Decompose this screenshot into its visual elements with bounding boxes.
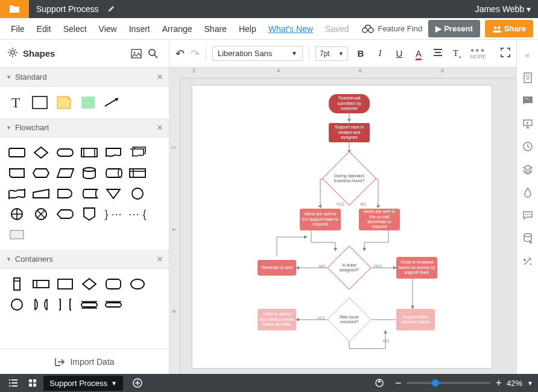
menu-view[interactable]: View <box>93 24 123 34</box>
ct-5[interactable] <box>101 274 125 294</box>
menu-help[interactable]: Help <box>233 24 262 34</box>
note-shape[interactable] <box>53 93 75 112</box>
fc-manual[interactable] <box>5 163 29 183</box>
image-icon[interactable] <box>128 45 145 62</box>
node-ticket-closed[interactable]: Ticket is closed and system sends follow… <box>258 309 296 330</box>
node-alert-team[interactable]: Alerts are sent to the support team to r… <box>300 209 341 230</box>
fc-summing[interactable] <box>29 204 53 224</box>
fc-delay[interactable] <box>53 183 77 204</box>
ct-2[interactable] <box>29 274 53 294</box>
fc-predefined[interactable] <box>77 142 101 163</box>
fc-database[interactable] <box>77 163 101 183</box>
fc-manualin[interactable] <box>29 183 53 204</box>
menu-select[interactable]: Select <box>57 24 93 34</box>
node-team-resolves[interactable]: Support team resolves issues <box>396 309 435 330</box>
fc-process[interactable] <box>5 142 29 163</box>
text-color-button[interactable]: A <box>412 48 425 58</box>
menu-insert[interactable]: Insert <box>123 24 156 34</box>
menu-arrange[interactable]: Arrange <box>156 24 198 34</box>
ct-6[interactable] <box>125 274 150 294</box>
folder-button[interactable] <box>0 0 29 18</box>
zoom-fit-button[interactable] <box>371 375 388 391</box>
fc-directdata[interactable] <box>101 163 125 183</box>
doc-title[interactable]: Support Process <box>29 4 106 14</box>
node-ticket-submitted[interactable]: Ticket/email submitted by customer <box>329 94 370 113</box>
fc-brace-r[interactable]: } ⋯ <box>101 204 125 224</box>
close-icon[interactable]: × <box>157 71 163 83</box>
italic-button[interactable]: I <box>373 48 387 58</box>
text-shape[interactable]: T <box>5 93 27 112</box>
rail-present-icon[interactable] <box>517 112 539 135</box>
page-tab[interactable]: Support Process▼ <box>43 376 123 391</box>
section-standard[interactable]: ▼Standard× <box>0 68 169 87</box>
user-menu[interactable]: James Webb ▾ <box>468 4 538 14</box>
fullscreen-button[interactable] <box>501 48 510 59</box>
fc-multidoc[interactable] <box>125 142 150 163</box>
align-button[interactable] <box>431 48 445 58</box>
collapse-rail-button[interactable]: « <box>517 43 539 66</box>
add-page-button[interactable] <box>129 375 146 391</box>
gear-icon[interactable] <box>7 47 18 60</box>
node-reminder[interactable]: Reminder is sent <box>258 260 296 276</box>
feature-find[interactable]: Feature Find <box>362 24 422 33</box>
present-button[interactable]: ▶Present <box>428 20 480 37</box>
menu-edit[interactable]: Edit <box>31 24 57 34</box>
node-case-created[interactable]: Support case is created and assigned <box>329 123 370 142</box>
rail-data-icon[interactable] <box>517 227 539 250</box>
zoom-slider[interactable] <box>407 382 491 384</box>
node-resolved[interactable]: Was issue resolved? <box>334 304 365 335</box>
zoom-level[interactable]: 42% <box>507 379 522 388</box>
fc-document[interactable] <box>101 142 125 163</box>
rail-layers-icon[interactable] <box>517 158 539 181</box>
close-icon[interactable]: × <box>157 253 163 265</box>
grid-view-button[interactable] <box>24 375 41 391</box>
rail-magic-icon[interactable] <box>517 250 539 273</box>
search-icon[interactable] <box>145 45 162 62</box>
slider-thumb[interactable] <box>432 379 439 387</box>
whats-new-link[interactable]: What's New <box>262 24 319 34</box>
ct-8[interactable] <box>29 294 53 315</box>
zoom-out-button[interactable]: − <box>395 377 402 390</box>
fc-or[interactable] <box>5 204 29 224</box>
fc-display[interactable] <box>53 204 77 224</box>
fc-connector[interactable] <box>125 183 150 204</box>
section-flowchart[interactable]: ▼Flowchart× <box>0 118 169 138</box>
redo-button[interactable]: ↷ <box>191 47 200 60</box>
node-ticket-assigned[interactable]: Is ticket assigned? <box>334 252 365 283</box>
node-reviewed[interactable]: Ticket is reviewed based on priority by … <box>396 257 437 279</box>
ct-3[interactable] <box>53 274 77 294</box>
fc-storeddata[interactable] <box>77 183 101 204</box>
node-alert-oncall[interactable]: Alerts are sent to the on-call technicia… <box>359 209 400 230</box>
fc-internal[interactable] <box>125 163 150 183</box>
underline-button[interactable]: U <box>393 48 406 58</box>
fc-brace-l[interactable]: ⋯ { <box>125 204 150 224</box>
font-select[interactable]: Liberation Sans▼ <box>212 46 303 61</box>
zoom-in-button[interactable]: + <box>496 377 502 390</box>
menu-share[interactable]: Share <box>198 24 233 34</box>
list-view-button[interactable] <box>5 375 22 391</box>
ct-7[interactable] <box>5 294 29 315</box>
clear-format-button[interactable]: T× <box>451 48 464 60</box>
share-button[interactable]: Share <box>485 20 533 37</box>
rail-history-icon[interactable] <box>517 135 539 158</box>
fc-merge[interactable] <box>101 183 125 204</box>
close-icon[interactable]: × <box>157 122 163 134</box>
bold-button[interactable]: B <box>354 48 367 58</box>
font-size-select[interactable]: 7pt▼ <box>315 46 348 61</box>
ct-9[interactable] <box>53 294 77 315</box>
block-shape[interactable] <box>29 93 51 112</box>
chevron-down-icon[interactable]: ▼ <box>527 380 533 387</box>
canvas[interactable]: 2 4 6 <box>169 78 516 374</box>
arrow-shape[interactable] <box>101 93 123 112</box>
ct-11[interactable] <box>101 294 125 315</box>
rail-comment-icon[interactable]: "" <box>517 89 539 112</box>
fc-data[interactable] <box>53 163 77 183</box>
rail-chat-icon[interactable] <box>517 204 539 227</box>
rail-document-icon[interactable] <box>517 66 539 89</box>
rail-paint-icon[interactable] <box>517 181 539 204</box>
fc-decision[interactable] <box>29 142 53 163</box>
section-containers[interactable]: ▼Containers× <box>0 250 169 269</box>
rename-icon[interactable] <box>107 4 116 14</box>
undo-button[interactable]: ↶ <box>176 47 185 60</box>
hotspot-shape[interactable] <box>77 93 99 112</box>
